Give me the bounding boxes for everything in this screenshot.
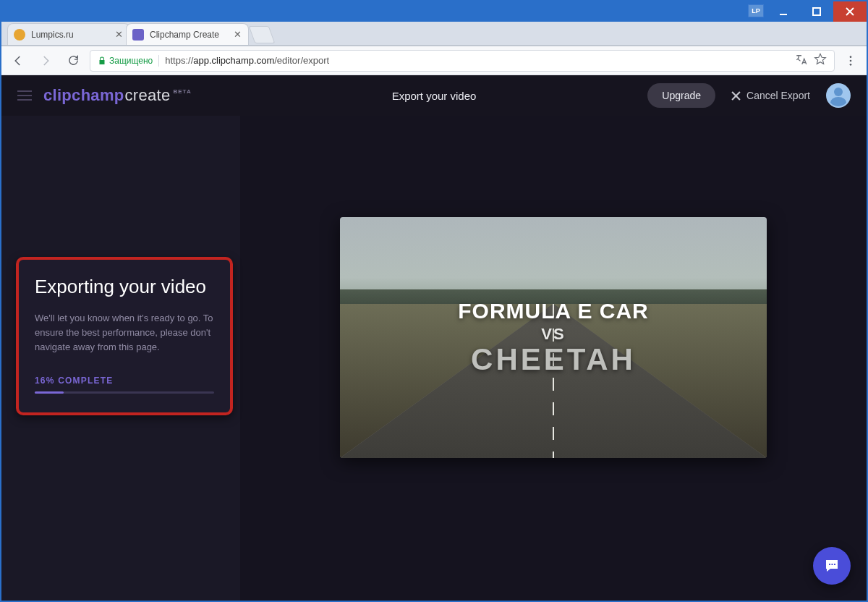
url-text: https://app.clipchamp.com/editor/export — [165, 55, 789, 66]
svg-rect-0 — [780, 14, 787, 15]
browser-tab[interactable]: Lumpics.ru ✕ — [7, 23, 130, 45]
browser-chrome: Lumpics.ru ✕ Clipchamp Create ✕ — [1, 22, 867, 601]
tab-close-icon[interactable]: ✕ — [114, 30, 124, 40]
svg-point-3 — [850, 59, 852, 62]
tab-close-icon[interactable]: ✕ — [232, 30, 242, 40]
favicon-icon — [132, 29, 144, 41]
export-description: We'll let you know when it's ready to go… — [35, 311, 214, 355]
svg-point-2 — [850, 56, 852, 58]
export-heading: Exporting your video — [35, 276, 214, 298]
new-tab-button[interactable] — [249, 26, 276, 43]
app-body: Exporting your video We'll let you know … — [1, 116, 867, 601]
close-icon — [731, 91, 741, 101]
window-frame: LP Lumpics.ru ✕ Clipchamp Create ✕ — [0, 0, 868, 602]
window-close-button[interactable] — [833, 1, 867, 22]
svg-rect-7 — [834, 564, 835, 565]
browser-menu-button[interactable] — [841, 51, 861, 71]
separator — [158, 55, 159, 67]
address-bar[interactable]: Защищено https://app.clipchamp.com/edito… — [90, 50, 835, 72]
svg-rect-5 — [829, 564, 830, 565]
svg-rect-1 — [813, 8, 820, 15]
avatar[interactable] — [826, 83, 851, 108]
secure-badge: Защищено — [98, 56, 153, 66]
bookmark-star-icon[interactable] — [814, 53, 827, 68]
progress-bar — [35, 391, 214, 394]
preview-text-line1: FORMULA E CAR — [458, 299, 649, 323]
back-button[interactable] — [7, 50, 29, 72]
browser-toolbar: Защищено https://app.clipchamp.com/edito… — [1, 46, 867, 75]
tab-title: Clipchamp Create — [150, 30, 226, 40]
browser-tabstrip: Lumpics.ru ✕ Clipchamp Create ✕ — [1, 22, 867, 46]
chat-help-button[interactable] — [813, 547, 851, 585]
export-status-card: Exporting your video We'll let you know … — [16, 257, 233, 415]
progress-bar-fill — [35, 391, 64, 394]
cancel-export-button[interactable]: Cancel Export — [731, 90, 810, 101]
tab-title: Lumpics.ru — [31, 30, 108, 40]
window-minimize-button[interactable] — [767, 1, 800, 22]
forward-button[interactable] — [35, 50, 56, 72]
video-preview: FORMULA E CAR VS CHEETAH — [340, 217, 767, 458]
app-header: clipchampcreateBETA Export your video Up… — [1, 75, 867, 116]
preview-text-line2: CHEETAH — [471, 342, 636, 377]
preview-text-vs: VS — [541, 325, 565, 344]
menu-icon[interactable] — [17, 90, 32, 101]
left-panel: Exporting your video We'll let you know … — [1, 116, 240, 601]
export-percent-label: 16% COMPLETE — [35, 376, 214, 386]
window-titlebar: LP — [1, 1, 867, 22]
reload-button[interactable] — [62, 50, 84, 72]
chat-icon — [823, 557, 841, 575]
favicon-icon — [14, 29, 25, 41]
preview-panel: FORMULA E CAR VS CHEETAH — [240, 116, 867, 601]
app-logo[interactable]: clipchampcreateBETA — [43, 86, 192, 105]
secure-label: Защищено — [109, 56, 153, 66]
lock-icon — [98, 56, 106, 65]
svg-rect-6 — [832, 564, 833, 565]
translate-icon[interactable] — [795, 53, 808, 68]
header-actions: Upgrade Cancel Export — [647, 83, 851, 108]
preview-title-overlay: FORMULA E CAR VS CHEETAH — [340, 217, 767, 458]
svg-point-4 — [850, 64, 852, 66]
app-page: clipchampcreateBETA Export your video Up… — [1, 75, 867, 601]
window-user-badge: LP — [748, 4, 764, 17]
page-title: Export your video — [392, 90, 477, 102]
upgrade-button[interactable]: Upgrade — [647, 83, 715, 108]
browser-tab[interactable]: Clipchamp Create ✕ — [126, 23, 249, 45]
window-maximize-button[interactable] — [800, 1, 833, 22]
